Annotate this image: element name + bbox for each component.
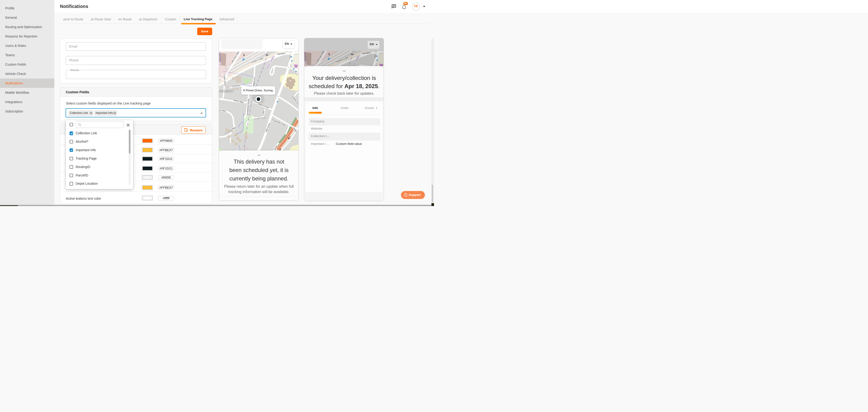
svg-text:?: ? — [405, 194, 406, 196]
